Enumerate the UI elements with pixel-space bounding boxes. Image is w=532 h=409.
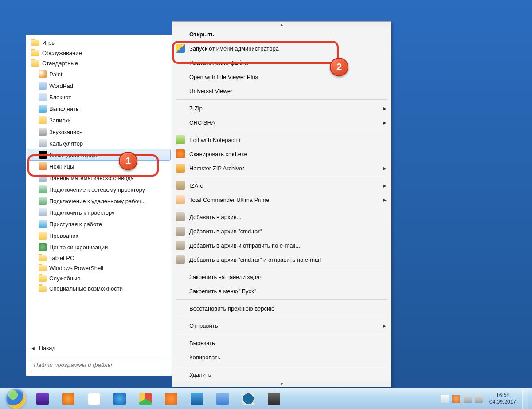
item-remote-desktop[interactable]: Подключение к удаленному рабоч...	[27, 195, 171, 207]
ctx-item-28[interactable]: Вырезать	[172, 336, 391, 350]
ctx-item-4[interactable]: Universal Viewer	[172, 84, 391, 98]
tc-icon	[176, 195, 185, 204]
folder-icon	[39, 265, 47, 271]
folder-icon	[31, 60, 39, 67]
folder-accessories[interactable]: Стандартные	[27, 58, 171, 68]
volume-icon[interactable]	[475, 395, 483, 403]
ctx-item-1[interactable]: Запуск от имени администратора	[172, 41, 391, 55]
blank-icon	[176, 58, 185, 67]
context-menu: ▲ ОткрытьЗапуск от имени администратораР…	[172, 21, 391, 387]
ctx-item-21[interactable]: Закрепить на панели задач	[172, 270, 391, 284]
taskbar-app[interactable]	[262, 390, 286, 408]
item-wordpad[interactable]: WordPad	[27, 80, 171, 91]
rar-icon	[176, 212, 185, 221]
back-arrow-icon: ◄	[31, 346, 35, 351]
item-label: WordPad	[49, 83, 73, 89]
item-math-input[interactable]: Панель математического ввода	[27, 172, 171, 184]
ctx-item-29[interactable]: Копировать	[172, 350, 391, 364]
item-sound-recorder[interactable]: Звукозапись	[27, 126, 171, 138]
printer-icon	[216, 393, 229, 405]
ctx-item-3[interactable]: Open with File Viewer Plus	[172, 70, 391, 84]
ctx-item-9[interactable]: Edit with Notepad++	[172, 133, 391, 147]
action-center-icon[interactable]	[441, 395, 449, 403]
item-explorer[interactable]: Проводник	[27, 230, 171, 241]
picasa-icon	[242, 393, 254, 405]
folder-games[interactable]: Игры	[27, 38, 171, 48]
folder-accessibility[interactable]: Специальные возможности	[27, 283, 171, 294]
taskbar-yandex[interactable]	[82, 390, 106, 408]
blank-icon	[176, 353, 185, 362]
taskbar-printer[interactable]	[210, 390, 235, 408]
taskbar-chrome[interactable]	[133, 390, 158, 408]
ctx-item-16[interactable]: Добавить в архив...	[172, 210, 391, 224]
ctx-label: Восстановить прежнюю версию	[189, 305, 387, 312]
scroll-down-arrow[interactable]: ▼	[172, 381, 391, 387]
mic-icon	[39, 128, 47, 136]
ctx-item-7[interactable]: CRC SHA▶	[172, 115, 391, 130]
taskbar-media-player[interactable]	[30, 390, 55, 408]
item-notepad[interactable]: Блокнот	[27, 91, 171, 103]
item-network-projector[interactable]: Подключение к сетевому проектору	[27, 184, 171, 195]
item-command-prompt[interactable]: Командная строка	[27, 149, 171, 161]
taskbar-wmp[interactable]	[56, 390, 81, 408]
ctx-item-22[interactable]: Закрепить в меню "Пуск"	[172, 284, 391, 298]
item-run[interactable]: Выполнить	[27, 103, 171, 114]
item-connect-projector[interactable]: Подключить к проектору	[27, 207, 171, 218]
taskbar-ie[interactable]	[107, 390, 132, 408]
avast-icon	[165, 393, 177, 405]
folder-powershell[interactable]: Windows PowerShell	[27, 263, 171, 273]
blank-icon	[176, 287, 185, 295]
ctx-item-2[interactable]: Расположение файла	[172, 55, 391, 70]
network-icon[interactable]	[464, 395, 472, 403]
show-desktop-button[interactable]	[522, 388, 528, 409]
blank-icon	[176, 104, 185, 113]
ctx-label: Закрепить на панели задач	[189, 274, 387, 280]
folder-label: Обслуживание	[42, 50, 82, 56]
ctx-item-14[interactable]: Total Commander Ultima Prime▶	[172, 193, 391, 207]
clock[interactable]: 16:58 04.09.2017	[487, 392, 519, 405]
ctx-item-11[interactable]: Hamster ZIP Archiver▶	[172, 161, 391, 175]
notes-icon	[39, 116, 47, 124]
ctx-item-0[interactable]: Открыть	[172, 27, 391, 41]
item-label: Подключить к проектору	[49, 209, 115, 216]
ctx-item-31[interactable]: Удалить	[172, 367, 391, 381]
app-icon	[268, 393, 280, 405]
chrome-icon	[139, 393, 152, 405]
search-input[interactable]	[31, 359, 167, 370]
item-sticky-notes[interactable]: Записки	[27, 114, 171, 126]
ctx-item-18[interactable]: Добавить в архив и отправить по e-mail..…	[172, 238, 391, 252]
eye-icon	[191, 393, 203, 405]
ctx-label: Добавить в архив...	[189, 214, 387, 220]
ctx-item-24[interactable]: Восстановить прежнюю версию	[172, 301, 391, 315]
item-paint[interactable]: Paint	[27, 68, 171, 80]
ctx-label: Hamster ZIP Archiver	[189, 165, 379, 172]
ctx-label: Закрепить в меню "Пуск"	[189, 288, 387, 295]
folder-tablet-pc[interactable]: Tablet PC	[27, 253, 171, 263]
item-snipping-tool[interactable]: Ножницы	[27, 161, 171, 172]
item-label: Подключение к сетевому проектору	[49, 186, 145, 193]
item-calculator[interactable]: Калькулятор	[27, 138, 171, 149]
ctx-item-13[interactable]: IZArc▶	[172, 178, 391, 193]
folder-icon	[39, 286, 47, 292]
ctx-item-19[interactable]: Добавить в архив "cmd.rar" и отправить п…	[172, 252, 391, 267]
taskbar-picasa[interactable]	[236, 390, 261, 408]
ctx-item-10[interactable]: Сканировать cmd.exe	[172, 147, 391, 161]
back-button[interactable]: ◄ Назад	[26, 340, 172, 355]
item-sync-center[interactable]: Центр синхронизации	[27, 241, 171, 253]
tray-avast-icon[interactable]	[452, 395, 460, 403]
folder-maintenance[interactable]: Обслуживание	[27, 48, 171, 58]
taskbar-pinned	[30, 390, 286, 408]
taskbar-viewer[interactable]	[184, 390, 209, 408]
ctx-item-6[interactable]: 7-Zip▶	[172, 101, 391, 115]
math-icon	[39, 174, 47, 182]
ctx-item-26[interactable]: Отправить▶	[172, 319, 391, 333]
folder-label: Windows PowerShell	[49, 265, 103, 271]
item-getting-started[interactable]: Приступая к работе	[27, 218, 171, 230]
programs-list: Игры Обслуживание Стандартные Paint Word…	[26, 35, 172, 340]
blank-icon	[176, 370, 185, 379]
scroll-up-arrow[interactable]: ▲	[172, 22, 391, 27]
ctx-item-17[interactable]: Добавить в архив "cmd.rar"	[172, 224, 391, 238]
start-button[interactable]	[6, 389, 26, 409]
folder-system-tools[interactable]: Служебные	[27, 273, 171, 283]
taskbar-avast[interactable]	[159, 390, 184, 408]
